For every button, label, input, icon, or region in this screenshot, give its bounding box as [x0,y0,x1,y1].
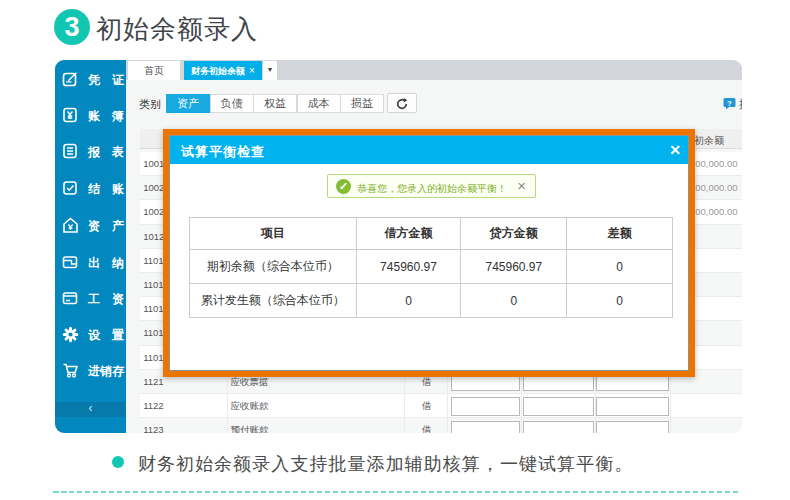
svg-text:?: ? [727,99,732,108]
